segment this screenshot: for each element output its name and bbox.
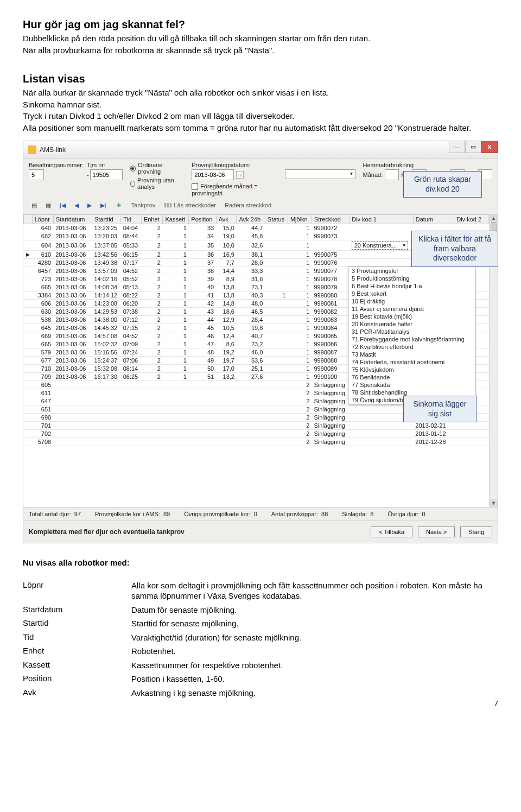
definition-desc: Varaktighet/tid (duration) för senaste m… (131, 632, 498, 643)
divkod-option[interactable]: 76 Benlidande (348, 373, 475, 381)
definition-desc: Kassettnummer för respektive robotenhet. (131, 660, 498, 671)
besattning-label: Besättningsnummer: (29, 162, 84, 168)
divkod-option[interactable]: 19 Best kotavla (mjölk) (348, 313, 475, 320)
divkod-option[interactable]: 74 Foderleda, misstänkt acetonemi (348, 358, 475, 366)
definition-row: StartdatumDatum för senaste mjölkning. (23, 605, 498, 616)
radera-streckkod-button[interactable]: Radera streckkod (222, 200, 274, 210)
nav-last-icon[interactable]: ▶| (98, 200, 109, 211)
provdatum-input[interactable] (192, 169, 234, 180)
para-error-1: Dubbelklicka på den röda position du vil… (23, 33, 498, 44)
foreg-checkbox[interactable] (192, 183, 198, 190)
provdatum-label: Provmjölkningsdatum: (192, 162, 275, 168)
bottom-hint: Komplettera med fler djur och eventuella… (29, 528, 185, 536)
close-button[interactable]: X (481, 141, 498, 153)
divkod-option[interactable]: 78 Sintidsbehandling (348, 389, 475, 396)
minimize-button[interactable]: — (449, 141, 465, 153)
divkod-dropdown[interactable]: 3 Provtagningsfel5 Produktionsstörning6 … (348, 267, 475, 404)
scroll-up-icon[interactable]: ▲ (490, 214, 498, 222)
col-kas[interactable]: Kassett (163, 215, 189, 224)
divkod-option[interactable]: 11 Avser ej seminera djuret (348, 305, 475, 313)
divkod-option[interactable]: 73 Mastit (348, 351, 475, 358)
nav-prev-icon[interactable]: ◀ (72, 200, 81, 211)
nu-visas-heading: Nu visas alla robotkor med: (23, 557, 498, 568)
divkod-option[interactable]: 31 PCR-/Mastitanalys (348, 328, 475, 335)
divkod-option[interactable]: 72 Kvarbliven efterbörd (348, 343, 475, 351)
col-pos[interactable]: Position (189, 215, 216, 224)
add-icon[interactable]: ＋ (112, 199, 125, 212)
definition-row: StarttidStarttid för senaste mjölkning. (23, 618, 498, 629)
bottom-bar: Komplettera med fler djur och eventuella… (23, 521, 498, 543)
divkod-option[interactable]: 77 Spenskada (348, 381, 475, 389)
app-window: AMS-link — ▭ X Besättningsnummer: Tjm nr… (23, 141, 498, 543)
page-number: 7 (494, 699, 498, 708)
nav-next-icon[interactable]: ▶ (85, 200, 94, 211)
col-mj[interactable]: Mjölkn (288, 215, 312, 224)
definition-desc: Starttid för senaste mjölkning. (131, 618, 498, 629)
para-list-1: När alla burkar är skannade tryck "Nästa… (23, 87, 498, 98)
para-list-4: Alla positioner som manuellt markerats s… (23, 123, 498, 134)
hemma-month1[interactable] (385, 169, 399, 180)
divkod-option[interactable]: 20 Konstruerade halter (348, 320, 475, 328)
divkod-option[interactable]: 9 Best kokort (348, 290, 475, 297)
back-button[interactable]: < Tillbaka (371, 526, 412, 537)
col-tid[interactable]: Tid (121, 215, 142, 224)
definition-desc: Avkastning i kg senaste mjölkning. (131, 688, 498, 699)
definition-term: Starttid (23, 618, 131, 629)
definitions-table: LöpnrAlla kor som deltagit i provmjölkni… (23, 580, 498, 699)
col-dat[interactable]: Datum (413, 215, 454, 224)
tankprov-button[interactable]: Tankprov (129, 200, 158, 210)
para-error-2: När alla provburkarna för robotkorna är … (23, 45, 498, 56)
foreg-label: Föregående månad = provningsfri (192, 183, 258, 196)
calendar-icon[interactable]: 12 (236, 171, 244, 179)
table-row[interactable]: 57082Sinläggning2012-12-28 (24, 438, 498, 446)
definition-term: Kassett (23, 660, 131, 671)
divkod-option[interactable]: 3 Provtagningsfel (348, 267, 475, 275)
divkod-option[interactable]: 10 Ej dräktig (348, 297, 475, 305)
divkod-open-cell[interactable]: 20 Konstruera... (352, 241, 408, 250)
divkod-option[interactable]: 5 Produktionsstörning (348, 275, 475, 282)
nav-first-icon[interactable]: |◀ (57, 200, 68, 211)
col-enh[interactable]: Enhet (141, 215, 163, 224)
next-button[interactable]: Nästa > (418, 526, 455, 537)
screenshot-wrap: Grön ruta skapar div.kod 20 Klicka i fäl… (23, 141, 498, 543)
las-streckkoder-button[interactable]: ⦀⦀⦀ Läs streckkoder (161, 200, 219, 211)
definition-row: KassettKassettnummer för respektive robo… (23, 660, 498, 671)
toolbar-icon-2[interactable]: ▦ (43, 200, 54, 211)
definition-desc: Datum för senaste mjölkning. (131, 605, 498, 616)
col-avk[interactable]: Avk (216, 215, 237, 224)
definition-row: LöpnrAlla kor som deltagit i provmjölkni… (23, 580, 498, 601)
close-dialog-button[interactable]: Stäng (460, 526, 492, 537)
tjm-input[interactable] (90, 169, 123, 180)
radio-utan-analys[interactable]: Provning utan analys (130, 177, 185, 190)
para-list-3: Tryck i rutan Divkod 1 och/eller Divkod … (23, 111, 498, 122)
radio-ordinarie[interactable]: Ordinarie provning (130, 162, 185, 175)
toolbar-icon-1[interactable]: ▤ (29, 200, 40, 211)
maximize-button[interactable]: ▭ (465, 141, 481, 153)
app-icon (28, 145, 36, 154)
col-status[interactable]: Status (265, 215, 288, 224)
dropdown-empty[interactable] (285, 169, 355, 179)
divkod-option[interactable]: 75 Klövsjukdom (348, 366, 475, 373)
col-dk2[interactable]: Div kod 2 (454, 215, 488, 224)
divkod-option[interactable]: 6 Best H-bevis hondjur 1:a (348, 282, 475, 290)
col-a24[interactable]: Avk 24h (237, 215, 265, 224)
table-row[interactable]: 7022Sinläggning2013-01-12 (24, 430, 498, 438)
callout-green: Grön ruta skapar div.kod 20 (403, 171, 482, 198)
besattning-input[interactable] (29, 169, 44, 180)
heading-list: Listan visas (23, 73, 498, 85)
col-lopnr[interactable]: Löpnr (32, 215, 53, 224)
divkod-option[interactable]: 71 Förebyggande mot kalvningsförlamning (348, 335, 475, 343)
callout-click-field: Klicka i fältet för att få fram valbara … (411, 231, 498, 267)
col-streck[interactable]: Streckkod (312, 215, 349, 224)
definition-term: Position (23, 674, 131, 684)
definition-term: Avk (23, 688, 131, 699)
scroll-down-icon[interactable]: ▼ (490, 499, 498, 507)
status-row: Totalt antal djur: 97 Provmjölkade kor i… (23, 507, 498, 521)
col-datum[interactable]: Startdatum (53, 215, 92, 224)
col-dk1[interactable]: Div kod 1 (350, 215, 414, 224)
col-stid[interactable]: Starttid (92, 215, 120, 224)
table-row[interactable]: 7012Sinläggning2013-02-21 (24, 422, 498, 430)
definition-term: Löpnr (23, 580, 131, 601)
para-list-2: Sinkorna hamnar sist. (23, 99, 498, 110)
callout-sinkor: Sinkorna lägger sig sist (403, 396, 476, 422)
